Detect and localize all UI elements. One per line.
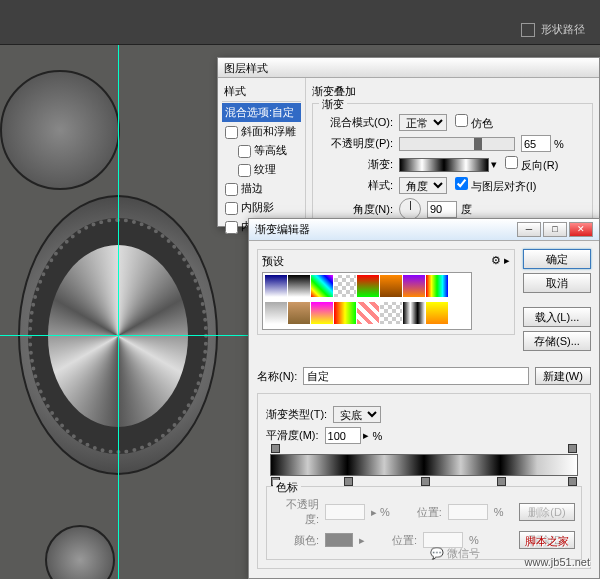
percent-label: %: [554, 138, 564, 150]
color-stop[interactable]: [497, 477, 506, 486]
path-icon: [521, 23, 535, 37]
gradient-fieldset-label: 渐变: [319, 97, 347, 112]
new-button[interactable]: 新建(W): [535, 367, 591, 385]
swatch[interactable]: [426, 275, 448, 297]
style-list: 样式 混合选项:自定 斜面和浮雕 等高线 纹理 描边 内阴影 内发光: [218, 78, 306, 228]
name-input[interactable]: [303, 367, 529, 385]
minimize-button[interactable]: ─: [517, 222, 541, 237]
save-button[interactable]: 存储(S)...: [523, 331, 591, 351]
tool-mode-label: 形状路径: [541, 23, 585, 35]
swatch[interactable]: [334, 275, 356, 297]
gradient-editor-title: 渐变编辑器: [255, 222, 310, 237]
maximize-button[interactable]: □: [543, 222, 567, 237]
degree-label: 度: [461, 202, 472, 217]
bevel-checkbox[interactable]: 斜面和浮雕: [222, 122, 301, 141]
guide-vertical: [118, 0, 119, 579]
gradient-type-select[interactable]: 实底: [333, 406, 381, 423]
swatch[interactable]: [288, 275, 310, 297]
gradient-overlay-title: 渐变叠加: [312, 84, 593, 99]
swatch[interactable]: [357, 302, 379, 324]
swatch[interactable]: [403, 275, 425, 297]
stop-position-input: [448, 504, 488, 520]
gradient-type-label: 渐变类型(T):: [266, 407, 327, 422]
blend-options-item[interactable]: 混合选项:自定: [222, 103, 301, 122]
stop-color-label: 颜色:: [273, 533, 319, 548]
delete-opacity-stop-button: 删除(D): [519, 503, 575, 521]
reverse-checkbox[interactable]: 反向(R): [505, 156, 558, 173]
close-button[interactable]: ✕: [569, 222, 593, 237]
gradient-preview[interactable]: [399, 158, 489, 172]
color-stop[interactable]: [568, 477, 577, 486]
stop-color-swatch: [325, 533, 353, 547]
angle-dial[interactable]: [399, 198, 421, 220]
cancel-button[interactable]: 取消: [523, 273, 591, 293]
percent-label: %: [373, 430, 383, 442]
gradient-fieldset: 渐变 混合模式(O): 正常 仿色 不透明度(P): % 渐变: ▾ 反向(R): [312, 103, 593, 231]
opacity-input[interactable]: [521, 135, 551, 152]
ok-button[interactable]: 确定: [523, 249, 591, 269]
align-checkbox[interactable]: 与图层对齐(I): [455, 177, 536, 194]
texture-checkbox[interactable]: 纹理: [222, 160, 301, 179]
inner-shadow-checkbox[interactable]: 内阴影: [222, 198, 301, 217]
swatch[interactable]: [357, 275, 379, 297]
opacity-stop[interactable]: [568, 444, 577, 453]
gradient-label: 渐变:: [319, 157, 393, 172]
color-stop[interactable]: [344, 477, 353, 486]
color-stop[interactable]: [421, 477, 430, 486]
swatch[interactable]: [265, 275, 287, 297]
stroke-checkbox[interactable]: 描边: [222, 179, 301, 198]
style-select[interactable]: 角度: [399, 177, 447, 194]
opacity-slider[interactable]: [399, 137, 515, 151]
tool-mode[interactable]: 形状路径: [521, 22, 585, 37]
stop-opacity-input: [325, 504, 365, 520]
swatch[interactable]: [380, 302, 402, 324]
opacity-stop[interactable]: [271, 444, 280, 453]
smoothness-input[interactable]: [325, 427, 361, 444]
watermark-wechat: 💬 微信号: [430, 546, 480, 561]
layer-style-title[interactable]: 图层样式: [218, 58, 599, 78]
swatch[interactable]: [265, 302, 287, 324]
style-list-header: 样式: [222, 82, 301, 102]
smoothness-label: 平滑度(M):: [266, 428, 319, 443]
angle-input[interactable]: [427, 201, 457, 218]
stop-position-label: 位置:: [396, 505, 442, 520]
swatch[interactable]: [426, 302, 448, 324]
stops-title: 色标: [273, 480, 301, 495]
angle-label: 角度(N):: [319, 202, 393, 217]
load-button[interactable]: 载入(L)...: [523, 307, 591, 327]
options-bar: 形状路径: [0, 0, 600, 45]
presets-panel: 预设 ⚙ ▸: [257, 249, 515, 335]
layer-style-dialog: 图层样式 样式 混合选项:自定 斜面和浮雕 等高线 纹理 描边 内阴影 内发光 …: [217, 57, 600, 227]
blend-mode-label: 混合模式(O):: [319, 115, 393, 130]
swatch[interactable]: [311, 275, 333, 297]
gradient-editor-titlebar[interactable]: 渐变编辑器 ─ □ ✕: [249, 219, 599, 241]
presets-label: 预设: [262, 254, 284, 269]
dither-checkbox[interactable]: 仿色: [455, 114, 493, 131]
style-label: 样式:: [319, 178, 393, 193]
swatch[interactable]: [403, 302, 425, 324]
gradient-bar[interactable]: [270, 454, 578, 476]
gradient-type-section: 渐变类型(T): 实底 平滑度(M): ▸ % 色标 不透明度:: [257, 393, 591, 569]
swatch[interactable]: [334, 302, 356, 324]
opacity-label: 不透明度(P):: [319, 136, 393, 151]
preset-swatches[interactable]: [262, 272, 472, 330]
shape-circle-top: [0, 70, 120, 190]
swatch[interactable]: [380, 275, 402, 297]
contour-checkbox[interactable]: 等高线: [222, 141, 301, 160]
swatch[interactable]: [311, 302, 333, 324]
presets-menu-icon[interactable]: ⚙ ▸: [491, 254, 510, 269]
name-label: 名称(N):: [257, 369, 297, 384]
delete-color-stop-button: 删除(D): [519, 531, 575, 549]
stops-panel: 色标 不透明度: ▸ % 位置: % 删除(D) 颜色: ▸ 位置: % 删除(…: [266, 486, 582, 560]
blend-mode-select[interactable]: 正常: [399, 114, 447, 131]
stop-opacity-label: 不透明度:: [273, 497, 319, 527]
swatch[interactable]: [288, 302, 310, 324]
gradient-editor-dialog: 渐变编辑器 ─ □ ✕ 预设 ⚙ ▸: [248, 218, 600, 579]
stop-position-label: 位置:: [371, 533, 417, 548]
